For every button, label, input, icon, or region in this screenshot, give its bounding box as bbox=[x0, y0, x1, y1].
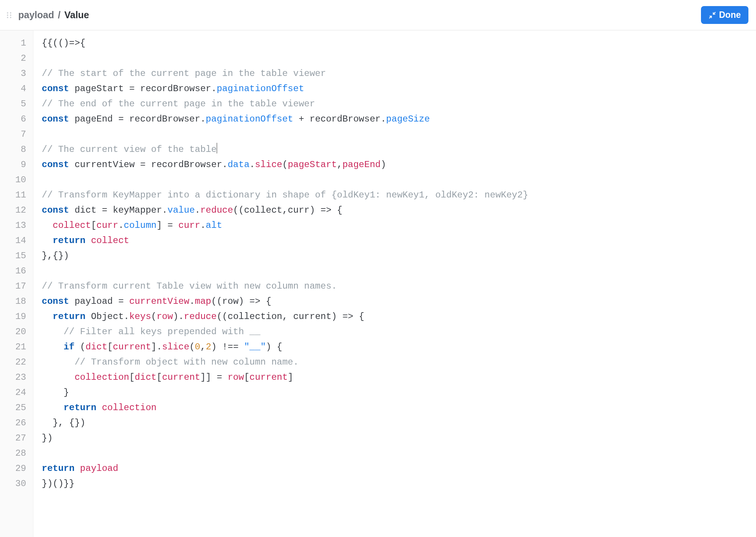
code-line[interactable]: const dict = keyMapper.value.reduce((col… bbox=[42, 203, 748, 218]
code-line[interactable]: const pageStart = recordBrowser.paginati… bbox=[42, 81, 748, 96]
line-number: 18 bbox=[2, 294, 26, 309]
code-line[interactable]: collection[dict[current]] = row[current] bbox=[42, 370, 748, 385]
line-number: 26 bbox=[2, 415, 26, 431]
code-line[interactable] bbox=[42, 127, 748, 142]
text-cursor bbox=[217, 143, 217, 153]
line-number: 28 bbox=[2, 446, 26, 461]
line-number: 19 bbox=[2, 309, 26, 324]
drag-handle-icon[interactable] bbox=[5, 11, 13, 19]
svg-point-5 bbox=[10, 17, 11, 18]
code-line[interactable]: const payload = currentView.map((row) =>… bbox=[42, 294, 748, 309]
code-line[interactable] bbox=[42, 446, 748, 461]
code-line[interactable] bbox=[42, 172, 748, 188]
line-number: 30 bbox=[2, 476, 26, 491]
line-number: 17 bbox=[2, 279, 26, 294]
code-line[interactable]: // The end of the current page in the ta… bbox=[42, 96, 748, 112]
line-number: 23 bbox=[2, 370, 26, 385]
done-button-label: Done bbox=[719, 10, 741, 20]
line-number: 14 bbox=[2, 233, 26, 248]
code-line[interactable]: // The current view of the table bbox=[42, 142, 748, 157]
breadcrumb-item-1[interactable]: payload bbox=[18, 9, 54, 21]
breadcrumb-item-2[interactable]: Value bbox=[64, 9, 89, 21]
code-line[interactable] bbox=[42, 264, 748, 279]
line-number: 4 bbox=[2, 81, 26, 96]
code-line[interactable] bbox=[42, 51, 748, 66]
code-line[interactable]: // Transform current Table view with new… bbox=[42, 279, 748, 294]
line-number: 3 bbox=[2, 66, 26, 81]
line-number: 2 bbox=[2, 51, 26, 66]
line-number: 1 bbox=[2, 36, 26, 51]
breadcrumb-separator: / bbox=[58, 9, 60, 21]
svg-point-0 bbox=[7, 12, 8, 14]
code-line[interactable]: })()}} bbox=[42, 476, 748, 491]
code-area[interactable]: {{(()=>{ // The start of the current pag… bbox=[33, 30, 756, 537]
code-line[interactable]: return Object.keys(row).reduce((collecti… bbox=[42, 309, 748, 324]
line-number: 8 bbox=[2, 142, 26, 157]
line-number: 7 bbox=[2, 127, 26, 142]
line-number: 22 bbox=[2, 355, 26, 370]
line-number: 24 bbox=[2, 385, 26, 400]
code-line[interactable]: const pageEnd = recordBrowser.pagination… bbox=[42, 112, 748, 127]
line-number: 16 bbox=[2, 264, 26, 279]
code-editor[interactable]: 1234567891011121314151617181920212223242… bbox=[0, 30, 756, 537]
code-line[interactable]: } bbox=[42, 385, 748, 400]
editor-header: payload / Value Done bbox=[0, 0, 756, 30]
code-line[interactable]: {{(()=>{ bbox=[42, 36, 748, 51]
code-line[interactable]: }, {}) bbox=[42, 415, 748, 431]
line-number: 20 bbox=[2, 324, 26, 340]
code-line[interactable]: // Filter all keys prepended with __ bbox=[42, 324, 748, 340]
code-line[interactable]: collect[curr.column] = curr.alt bbox=[42, 218, 748, 233]
svg-point-1 bbox=[10, 12, 11, 14]
line-number: 25 bbox=[2, 400, 26, 415]
line-number: 12 bbox=[2, 203, 26, 218]
breadcrumb: payload / Value bbox=[18, 9, 89, 21]
header-left: payload / Value bbox=[5, 9, 89, 21]
code-line[interactable]: // The start of the current page in the … bbox=[42, 66, 748, 81]
code-line[interactable]: return collection bbox=[42, 400, 748, 415]
done-button[interactable]: Done bbox=[701, 6, 749, 24]
line-number: 13 bbox=[2, 218, 26, 233]
line-number: 21 bbox=[2, 340, 26, 355]
line-number: 27 bbox=[2, 431, 26, 446]
code-line[interactable]: }) bbox=[42, 431, 748, 446]
line-number: 9 bbox=[2, 157, 26, 172]
svg-point-4 bbox=[7, 17, 8, 18]
code-line[interactable]: return payload bbox=[42, 461, 748, 476]
line-number: 10 bbox=[2, 172, 26, 188]
line-number: 29 bbox=[2, 461, 26, 476]
code-line[interactable]: },{}) bbox=[42, 248, 748, 264]
collapse-icon bbox=[709, 11, 716, 19]
svg-point-2 bbox=[7, 14, 8, 16]
line-number: 5 bbox=[2, 96, 26, 112]
code-line[interactable]: if (dict[current].slice(0,2) !== "__") { bbox=[42, 340, 748, 355]
code-line[interactable]: return collect bbox=[42, 233, 748, 248]
code-line[interactable]: // Transform object with new column name… bbox=[42, 355, 748, 370]
code-line[interactable]: const currentView = recordBrowser.data.s… bbox=[42, 157, 748, 172]
line-number-gutter: 1234567891011121314151617181920212223242… bbox=[0, 30, 33, 537]
line-number: 11 bbox=[2, 188, 26, 203]
line-number: 15 bbox=[2, 248, 26, 264]
svg-point-3 bbox=[10, 14, 11, 16]
code-line[interactable]: // Transform KeyMapper into a dictionary… bbox=[42, 188, 748, 203]
line-number: 6 bbox=[2, 112, 26, 127]
